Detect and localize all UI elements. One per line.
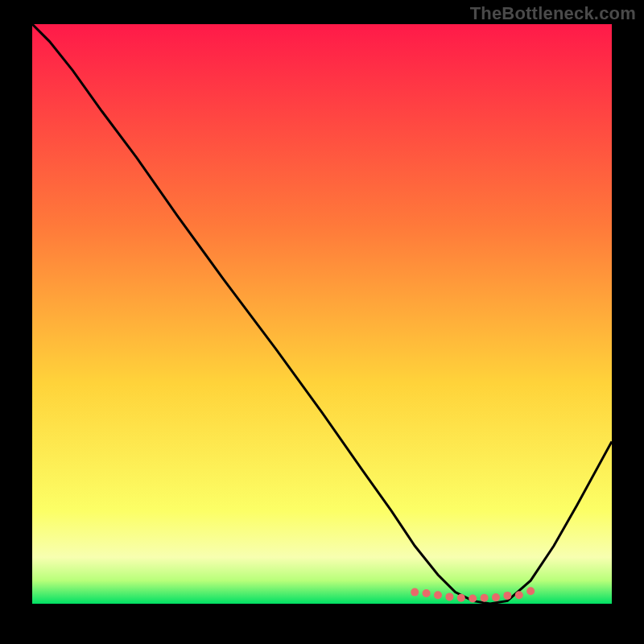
- marker-dot: [469, 595, 477, 603]
- plot-area: [32, 24, 612, 604]
- chart-container: TheBottleneck.com: [0, 0, 644, 644]
- marker-dot: [515, 591, 523, 599]
- marker-dot: [411, 588, 419, 597]
- marker-dot: [423, 589, 431, 597]
- plot-svg: [32, 24, 612, 604]
- marker-dot: [434, 591, 442, 599]
- gradient-background: [32, 24, 612, 604]
- marker-dot: [445, 592, 453, 601]
- marker-dot: [457, 594, 465, 602]
- marker-dot: [526, 587, 535, 595]
- watermark-text: TheBottleneck.com: [470, 3, 636, 24]
- marker-dot: [503, 592, 511, 600]
- marker-dot: [492, 593, 500, 601]
- marker-dot: [481, 594, 489, 602]
